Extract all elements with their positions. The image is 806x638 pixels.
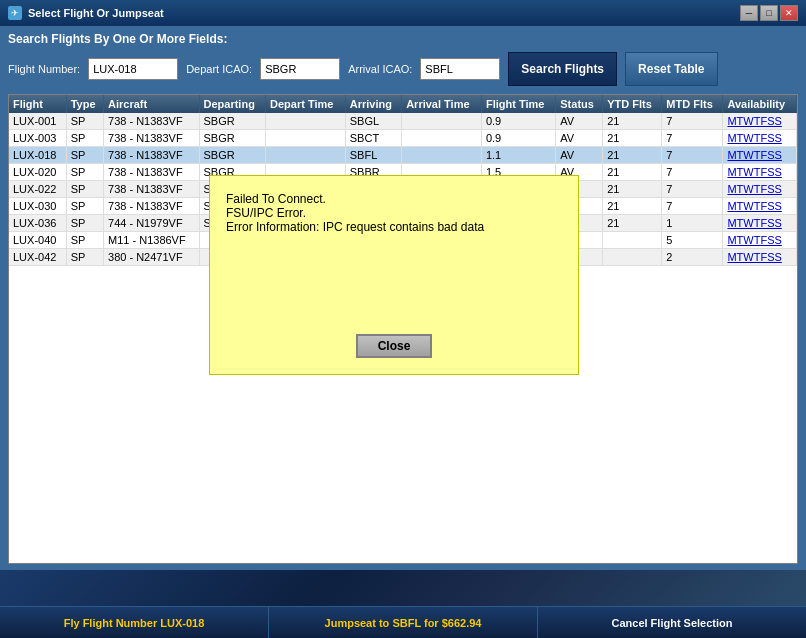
flight-number-label: Flight Number: — [8, 63, 80, 75]
col-flight-time: Flight Time — [481, 95, 555, 113]
col-arrival-time: Arrival Time — [402, 95, 482, 113]
table-header-row: Flight Type Aircraft Departing Depart Ti… — [9, 95, 797, 113]
search-label: Search Flights By One Or More Fields: — [8, 32, 798, 46]
flight-number-input[interactable] — [88, 58, 178, 80]
jumpseat-button[interactable]: Jumpseat to SBFL for $662.94 — [269, 607, 538, 638]
col-departing: Departing — [199, 95, 266, 113]
arrival-icao-input[interactable] — [420, 58, 500, 80]
col-depart-time: Depart Time — [266, 95, 346, 113]
col-type: Type — [66, 95, 103, 113]
title-bar: ✈ Select Flight Or Jumpseat ─ □ ✕ — [0, 0, 806, 26]
main-window: ✈ Select Flight Or Jumpseat ─ □ ✕ Search… — [0, 0, 806, 570]
window-icon: ✈ — [8, 6, 22, 20]
flights-table-container: Flight Type Aircraft Departing Depart Ti… — [8, 94, 798, 564]
title-buttons: ─ □ ✕ — [740, 5, 798, 21]
error-text: Failed To Connect. FSU/IPC Error. Error … — [226, 192, 562, 326]
table-row[interactable]: LUX-003SP738 - N1383VFSBGRSBCT0.9AV217MT… — [9, 130, 797, 147]
col-arriving: Arriving — [345, 95, 401, 113]
col-availability: Availability — [723, 95, 797, 113]
minimize-button[interactable]: ─ — [740, 5, 758, 21]
search-row: Flight Number: Depart ICAO: Arrival ICAO… — [8, 52, 798, 86]
table-row[interactable]: LUX-018SP738 - N1383VFSBGRSBFL1.1AV217MT… — [9, 147, 797, 164]
depart-icao-input[interactable] — [260, 58, 340, 80]
depart-icao-label: Depart ICAO: — [186, 63, 252, 75]
fly-flight-button[interactable]: Fly Flight Number LUX-018 — [0, 607, 269, 638]
col-flight: Flight — [9, 95, 66, 113]
bottom-buttons: Fly Flight Number LUX-018 Jumpseat to SB… — [0, 606, 806, 638]
bottom-toolbar: Fly Flight Number LUX-018 Jumpseat to SB… — [0, 570, 806, 638]
title-bar-left: ✈ Select Flight Or Jumpseat — [8, 6, 164, 20]
cancel-flight-button[interactable]: Cancel Flight Selection — [538, 607, 806, 638]
bottom-bg-image — [0, 570, 806, 606]
window-title: Select Flight Or Jumpseat — [28, 7, 164, 19]
reset-table-button[interactable]: Reset Table — [625, 52, 717, 86]
error-line2: FSU/IPC Error. — [226, 206, 562, 220]
search-flights-button[interactable]: Search Flights — [508, 52, 617, 86]
col-mtd: MTD Flts — [662, 95, 723, 113]
bottom-background — [0, 570, 806, 606]
error-popup: Failed To Connect. FSU/IPC Error. Error … — [209, 175, 579, 375]
error-close-button[interactable]: Close — [356, 334, 433, 358]
error-close-row: Close — [226, 334, 562, 358]
col-status: Status — [556, 95, 603, 113]
error-line3: Error Information: IPC request contains … — [226, 220, 562, 234]
content-area: Search Flights By One Or More Fields: Fl… — [0, 26, 806, 570]
table-row[interactable]: LUX-001SP738 - N1383VFSBGRSBGL0.9AV217MT… — [9, 113, 797, 130]
arrival-icao-label: Arrival ICAO: — [348, 63, 412, 75]
error-line1: Failed To Connect. — [226, 192, 562, 206]
col-aircraft: Aircraft — [104, 95, 199, 113]
maximize-button[interactable]: □ — [760, 5, 778, 21]
col-ytd: YTD Flts — [603, 95, 662, 113]
close-button[interactable]: ✕ — [780, 5, 798, 21]
